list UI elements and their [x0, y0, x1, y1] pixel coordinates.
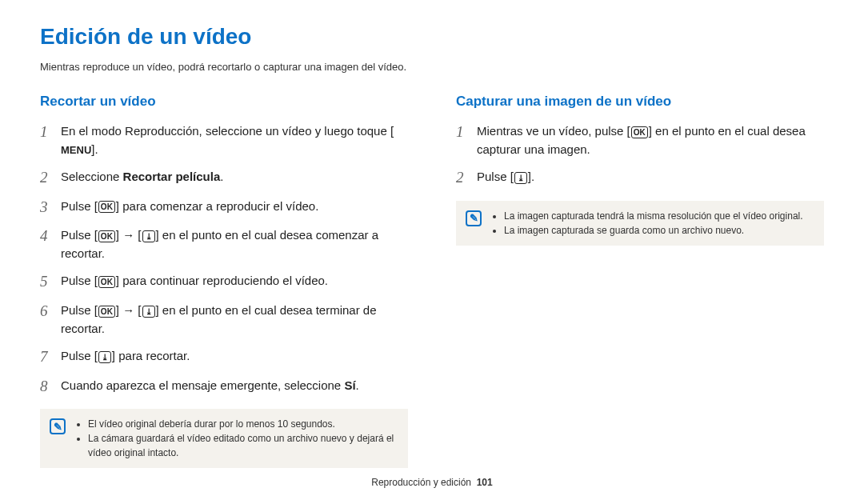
step-number: 2 — [40, 168, 61, 188]
right-heading: Capturar una imagen de un vídeo — [456, 94, 824, 110]
right-step-2: 2 Pulse [⤓]. — [456, 168, 824, 188]
step-number: 5 — [40, 272, 61, 292]
right-note-box: ✎ La imagen capturada tendrá la misma re… — [456, 201, 824, 246]
step-text: En el modo Reproducción, seleccione un v… — [61, 122, 408, 158]
down-icon: ⤓ — [514, 172, 527, 184]
step-text: Pulse [OK] → [⤓] en el punto en el cual … — [61, 226, 408, 262]
left-step-4: 4 Pulse [OK] → [⤓] en el punto en el cua… — [40, 226, 408, 262]
menu-icon: MENU — [61, 142, 91, 158]
right-step-1: 1 Mientras ve un vídeo, pulse [OK] en el… — [456, 122, 824, 158]
down-icon: ⤓ — [142, 230, 155, 242]
down-icon: ⤓ — [98, 351, 111, 363]
note-item: La cámara guardará el vídeo editado como… — [88, 431, 398, 460]
ok-icon: OK — [98, 201, 115, 213]
note-item: La imagen capturada tendrá la misma reso… — [504, 209, 803, 223]
note-icon: ✎ — [50, 418, 66, 434]
left-step-6: 6 Pulse [OK] → [⤓] en el punto en el cua… — [40, 302, 408, 338]
left-step-8: 8 Cuando aparezca el mensaje emergente, … — [40, 377, 408, 397]
note-item: El vídeo original debería durar por lo m… — [88, 417, 398, 431]
left-step-3: 3 Pulse [OK] para comenzar a reproducir … — [40, 198, 408, 218]
content-columns: Recortar un vídeo 1 En el modo Reproducc… — [40, 94, 824, 468]
footer: Reproducción y edición 101 — [0, 477, 864, 488]
left-step-2: 2 Seleccione Recortar película. — [40, 168, 408, 188]
page-title: Edición de un vídeo — [40, 24, 824, 50]
step-number: 1 — [456, 122, 477, 142]
step-text: Pulse [⤓] para recortar. — [61, 347, 190, 366]
step-number: 4 — [40, 226, 61, 246]
footer-section: Reproducción y edición — [371, 477, 471, 488]
left-column: Recortar un vídeo 1 En el modo Reproducc… — [40, 94, 408, 468]
left-step-7: 7 Pulse [⤓] para recortar. — [40, 347, 408, 367]
step-number: 7 — [40, 347, 61, 367]
ok-icon: OK — [98, 230, 115, 242]
step-number: 2 — [456, 168, 477, 188]
left-heading: Recortar un vídeo — [40, 94, 408, 110]
ok-icon: OK — [631, 126, 648, 138]
step-number: 6 — [40, 302, 61, 322]
ok-icon: OK — [98, 306, 115, 318]
right-column: Capturar una imagen de un vídeo 1 Mientr… — [456, 94, 824, 468]
note-list: El vídeo original debería durar por lo m… — [75, 417, 398, 460]
note-item: La imagen capturada se guarda como un ar… — [504, 223, 803, 238]
step-text: Seleccione Recortar película. — [61, 168, 223, 186]
intro-text: Mientras reproduce un vídeo, podrá recor… — [40, 61, 824, 73]
left-note-box: ✎ El vídeo original debería durar por lo… — [40, 409, 408, 468]
step-text: Mientras ve un vídeo, pulse [OK] en el p… — [477, 122, 824, 158]
step-text: Pulse [⤓]. — [477, 168, 534, 186]
step-text: Pulse [OK] → [⤓] en el punto en el cual … — [61, 302, 408, 338]
note-icon: ✎ — [466, 210, 482, 226]
down-icon: ⤓ — [142, 306, 155, 318]
step-text: Pulse [OK] para continuar reproduciendo … — [61, 272, 328, 290]
step-text: Cuando aparezca el mensaje emergente, se… — [61, 377, 359, 395]
left-step-5: 5 Pulse [OK] para continuar reproduciend… — [40, 272, 408, 292]
note-list: La imagen capturada tendrá la misma reso… — [491, 209, 803, 238]
step-text: Pulse [OK] para comenzar a reproducir el… — [61, 198, 318, 216]
step-number: 8 — [40, 377, 61, 397]
ok-icon: OK — [98, 276, 115, 288]
page-number: 101 — [477, 477, 493, 488]
step-number: 3 — [40, 198, 61, 218]
left-step-1: 1 En el modo Reproducción, seleccione un… — [40, 122, 408, 158]
step-number: 1 — [40, 122, 61, 142]
